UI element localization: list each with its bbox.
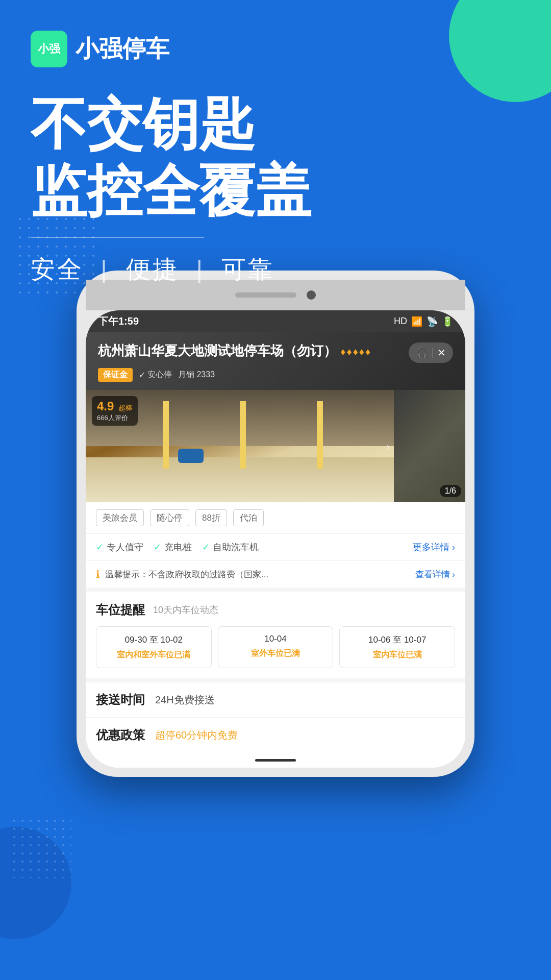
amenities-more-link[interactable]: 更多详情 ›	[413, 541, 455, 553]
app-logo-text: 小强停车	[76, 33, 169, 65]
lot-header: 杭州萧山华夏大地测试地停车场（勿订） ♦♦♦♦♦ 🎧 ✕ 保证金 ✓	[86, 332, 465, 390]
tag-guarantee: 保证金	[98, 368, 133, 382]
battery-icon: 🔋	[442, 316, 453, 327]
phone-speaker	[235, 292, 296, 298]
status-time: 下午1:59	[98, 314, 139, 328]
parking-car	[178, 449, 204, 463]
transfer-label: 接送时间	[96, 692, 145, 708]
policy-section: 优惠政策 超停60分钟内免费	[86, 718, 465, 752]
availability-sub: 10天内车位动态	[153, 604, 218, 616]
amenities-section: ✓ 专人值守 ✓ 充电桩 ✓ 自助洗车机 更多详情 ›	[86, 534, 465, 561]
subtitle-part2: 便捷	[126, 256, 179, 283]
amenity-check-icon-1: ✓	[154, 542, 161, 553]
phone-camera	[307, 290, 316, 300]
policy-label: 优惠政策	[96, 727, 145, 743]
action-divider	[433, 348, 433, 358]
notice-section: ℹ 温馨提示：不含政府收取的过路费（国家... 查看详情 ›	[86, 561, 465, 592]
divider-line	[31, 237, 204, 238]
status-bar: 下午1:59 HD 📶 📡 🔋	[86, 310, 465, 332]
logo-row: 小强 小强停车	[31, 31, 520, 67]
parking-pillar-3	[317, 401, 323, 469]
rating-badge: 4.9 超棒 666人评价	[92, 396, 138, 426]
phone-mockup: 下午1:59 HD 📶 📡 🔋 杭州萧山华夏大地测试地停车场（勿订） ♦♦♦♦♦	[77, 271, 474, 777]
parking-pillar-1	[163, 401, 169, 469]
amenity-check-icon-0: ✓	[96, 542, 104, 553]
lot-title-row: 杭州萧山华夏大地测试地停车场（勿订） ♦♦♦♦♦ 🎧 ✕	[98, 342, 453, 363]
avail-status-0: 室内和室外车位已满	[103, 650, 205, 660]
feature-tags-section: 美旅会员 随心停 88折 代泊	[86, 502, 465, 534]
parking-pillar-2	[240, 401, 246, 469]
phone-screen: 下午1:59 HD 📶 📡 🔋 杭州萧山华夏大地测试地停车场（勿订） ♦♦♦♦♦	[86, 310, 465, 768]
availability-header: 车位提醒 10天内车位动态	[96, 602, 455, 618]
transfer-section: 接送时间 24H免费接送	[86, 682, 465, 718]
feature-tag-2: 88折	[195, 509, 227, 526]
amenity-check-icon-2: ✓	[202, 542, 210, 553]
subtitle: 安全 | 便捷 | 可靠	[31, 253, 520, 286]
subtitle-part1: 安全	[31, 256, 84, 283]
tag-safe: ✓ 安心停	[139, 370, 172, 380]
wifi-icon: 📡	[427, 316, 438, 327]
app-header: 小强 小强停车 不交钥匙 监控全覆盖 安全 | 便捷 | 可靠	[0, 0, 551, 286]
lot-title: 杭州萧山华夏大地测试地停车场（勿订） ♦♦♦♦♦	[98, 342, 409, 360]
subtitle-sep1: |	[101, 256, 109, 283]
feature-tag-3: 代泊	[233, 509, 264, 526]
avail-card-0: 09-30 至 10-02 室内和室外车位已满	[96, 626, 212, 668]
subtitle-sep2: |	[196, 256, 205, 283]
photo-arrow-icon[interactable]: ›	[386, 440, 390, 452]
app-logo-icon: 小强	[31, 31, 67, 67]
rating-number: 4.9	[97, 399, 114, 413]
avail-status-2: 室内车位已满	[346, 650, 448, 660]
app-content: 下午1:59 HD 📶 📡 🔋 杭州萧山华夏大地测试地停车场（勿订） ♦♦♦♦♦	[86, 310, 465, 768]
notice-icon: ℹ	[96, 568, 100, 580]
photo-side[interactable]: 1/6	[394, 390, 465, 502]
close-icon[interactable]: ✕	[437, 347, 446, 359]
bg-decoration-dots-bottom	[10, 817, 71, 878]
hd-label: HD	[394, 316, 407, 327]
avail-date-0: 09-30 至 10-02	[103, 634, 205, 646]
rating-label: 超棒	[118, 404, 133, 412]
availability-section: 车位提醒 10天内车位动态 09-30 至 10-02 室内和室外车位已满 10…	[86, 592, 465, 682]
avail-card-2: 10-06 至 10-07 室内车位已满	[339, 626, 455, 668]
amenity-2: ✓ 自助洗车机	[202, 541, 259, 553]
lot-action-buttons[interactable]: 🎧 ✕	[409, 342, 453, 363]
home-indicator	[255, 759, 296, 762]
transfer-value: 24H免费接送	[155, 693, 215, 707]
photo-gallery[interactable]: 4.9 超棒 666人评价 › 1/6	[86, 390, 465, 502]
photo-main[interactable]: 4.9 超棒 666人评价 ›	[86, 390, 394, 502]
availability-title: 车位提醒	[96, 602, 145, 618]
subtitle-part3: 可靠	[221, 256, 274, 283]
phone-outer-shell: 下午1:59 HD 📶 📡 🔋 杭州萧山华夏大地测试地停车场（勿订） ♦♦♦♦♦	[77, 271, 474, 777]
status-icons: HD 📶 📡 🔋	[394, 316, 453, 327]
avail-status-1: 室外车位已满	[224, 648, 327, 659]
availability-grid: 09-30 至 10-02 室内和室外车位已满 10-04 室外车位已满 10-…	[96, 626, 455, 668]
amenity-0: ✓ 专人值守	[96, 541, 143, 553]
avail-card-1: 10-04 室外车位已满	[218, 626, 334, 668]
feature-tag-1: 随心停	[150, 509, 189, 526]
policy-value: 超停60分钟内免费	[155, 728, 238, 742]
headline-2: 监控全覆盖	[31, 160, 520, 222]
headphone-icon[interactable]: 🎧	[416, 347, 429, 359]
notice-link[interactable]: 查看详情 ›	[415, 569, 455, 580]
lot-stars: ♦♦♦♦♦	[340, 346, 371, 357]
logo-icon-text: 小强	[38, 41, 60, 57]
notice-text: 温馨提示：不含政府收取的过路费（国家...	[105, 569, 410, 580]
amenity-1: ✓ 充电桩	[154, 541, 192, 553]
headline-1: 不交钥匙	[31, 93, 520, 155]
feature-tag-0: 美旅会员	[96, 509, 144, 526]
signal-icon: 📶	[411, 316, 422, 327]
lot-tags: 保证金 ✓ 安心停 月销 2333	[98, 368, 453, 382]
rating-count: 666人评价	[97, 413, 133, 423]
home-indicator-bar	[86, 752, 465, 768]
tag-sales: 月销 2333	[178, 370, 215, 380]
avail-date-1: 10-04	[224, 634, 327, 644]
avail-date-2: 10-06 至 10-07	[346, 634, 448, 646]
photo-counter: 1/6	[440, 485, 461, 497]
check-icon: ✓	[139, 370, 145, 380]
